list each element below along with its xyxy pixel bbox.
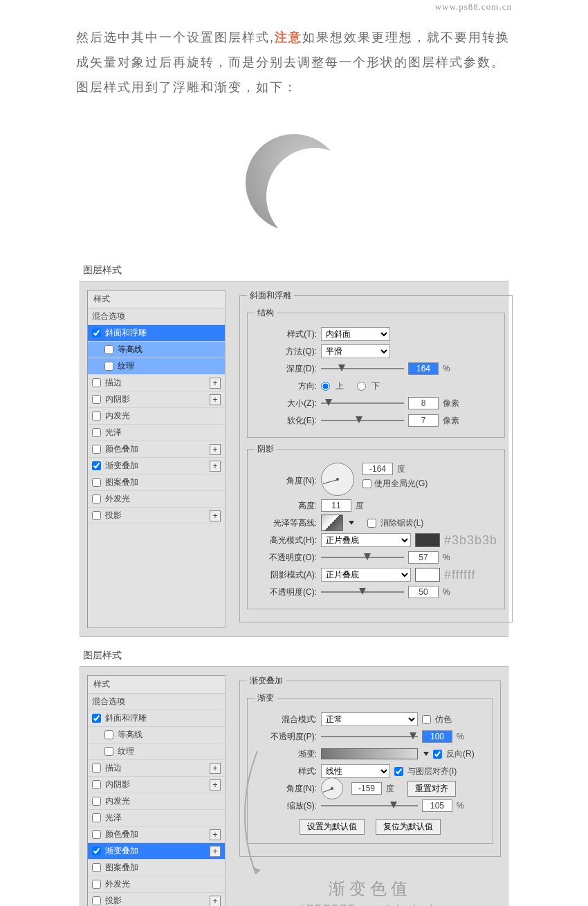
style-row-color-overlay[interactable]: 颜色叠加+ xyxy=(88,826,225,843)
direction-down-radio[interactable] xyxy=(357,382,366,391)
style-row-texture[interactable]: 纹理 xyxy=(88,358,225,375)
style-row-texture[interactable]: 纹理 xyxy=(88,743,225,760)
style-row-stroke[interactable]: 描边 + xyxy=(88,375,225,391)
angle-dial[interactable] xyxy=(321,777,343,799)
shadow-color-swatch[interactable] xyxy=(415,568,440,582)
style-row-pattern-overlay[interactable]: 图案叠加 xyxy=(88,860,225,876)
style-row-inner-shadow[interactable]: 内阴影 + xyxy=(88,391,225,408)
gloss-contour-picker[interactable] xyxy=(321,515,343,531)
style-row-color-overlay[interactable]: 颜色叠加 + xyxy=(88,441,225,458)
style-row-drop-shadow[interactable]: 投影+ xyxy=(88,893,225,906)
reset-align-button[interactable]: 重置对齐 xyxy=(407,781,456,797)
style-checkbox-bevel[interactable] xyxy=(92,714,101,723)
style-checkbox-texture[interactable] xyxy=(104,747,113,756)
grad-opacity-input[interactable]: 100 xyxy=(422,730,452,743)
angle-dial[interactable] xyxy=(321,463,354,496)
style-checkbox-drop-shadow[interactable] xyxy=(92,511,101,520)
style-row-gradient-overlay[interactable]: 渐变叠加 + xyxy=(88,458,225,474)
style-row-inner-glow[interactable]: 内发光 xyxy=(88,408,225,425)
style-select[interactable]: 内斜面 xyxy=(321,327,390,341)
add-effect-icon[interactable]: + xyxy=(210,846,221,857)
align-checkbox[interactable] xyxy=(394,767,403,776)
style-checkbox-drop-shadow[interactable] xyxy=(92,896,101,905)
add-effect-icon[interactable]: + xyxy=(210,779,221,791)
grad-angle-input[interactable]: -159 xyxy=(351,782,382,795)
style-checkbox-inner-glow[interactable] xyxy=(92,797,101,806)
antialias-checkbox[interactable] xyxy=(367,519,376,528)
style-checkbox-stroke[interactable] xyxy=(92,764,101,773)
highlight-mode-select[interactable]: 正片叠底 xyxy=(321,533,411,547)
add-effect-icon[interactable]: + xyxy=(210,378,221,389)
add-effect-icon[interactable]: + xyxy=(210,394,221,405)
style-checkbox-stroke[interactable] xyxy=(92,378,101,387)
grad-style-select[interactable]: 线性 xyxy=(321,764,390,778)
opacity2-input[interactable]: 50 xyxy=(408,586,439,598)
dropdown-icon[interactable] xyxy=(423,752,429,756)
style-checkbox-inner-shadow[interactable] xyxy=(92,780,101,789)
style-checkbox-color-overlay[interactable] xyxy=(92,830,101,839)
shadow-mode-select[interactable]: 正片叠底 xyxy=(321,568,411,582)
style-row-blend-options[interactable]: 混合选项 xyxy=(88,308,225,325)
add-effect-icon[interactable]: + xyxy=(210,444,221,455)
opacity1-input[interactable]: 57 xyxy=(408,551,439,564)
dropdown-icon[interactable] xyxy=(349,521,354,525)
blend-mode-select[interactable]: 正常 xyxy=(321,712,418,726)
style-checkbox-gradient-overlay[interactable] xyxy=(92,461,101,470)
style-row-contour[interactable]: 等高线 xyxy=(88,342,225,358)
set-default-button[interactable]: 设置为默认值 xyxy=(300,819,365,835)
style-row-satin[interactable]: 光泽 xyxy=(88,810,225,826)
style-checkbox-gradient-overlay[interactable] xyxy=(92,847,101,856)
style-checkbox-satin[interactable] xyxy=(92,428,101,437)
scale-slider[interactable] xyxy=(321,800,418,811)
style-checkbox-pattern-overlay[interactable] xyxy=(92,863,101,872)
style-row-inner-glow[interactable]: 内发光 xyxy=(88,793,225,810)
style-checkbox-texture[interactable] xyxy=(104,362,113,371)
size-slider[interactable] xyxy=(321,398,404,409)
style-checkbox-outer-glow[interactable] xyxy=(92,880,101,889)
style-row-drop-shadow[interactable]: 投影 + xyxy=(88,508,225,524)
style-row-gradient-overlay[interactable]: 渐变叠加+ xyxy=(88,843,225,860)
style-checkbox-outer-glow[interactable] xyxy=(92,494,101,503)
method-select[interactable]: 平滑 xyxy=(321,344,390,358)
style-checkbox-contour[interactable] xyxy=(104,730,113,739)
style-checkbox-inner-shadow[interactable] xyxy=(92,395,101,404)
style-row-bevel[interactable]: 斜面和浮雕 xyxy=(88,710,225,727)
depth-slider[interactable] xyxy=(321,363,404,374)
gradient-picker[interactable] xyxy=(321,748,418,759)
style-checkbox-color-overlay[interactable] xyxy=(92,445,101,454)
soften-input[interactable]: 7 xyxy=(408,414,439,427)
direction-up-radio[interactable] xyxy=(321,382,330,391)
style-checkbox-pattern-overlay[interactable] xyxy=(92,478,101,487)
grad-opacity-slider[interactable] xyxy=(321,731,418,742)
reverse-checkbox[interactable] xyxy=(433,750,442,759)
add-effect-icon[interactable]: + xyxy=(210,829,221,840)
style-checkbox-bevel[interactable] xyxy=(92,329,101,338)
angle-input[interactable]: -164 xyxy=(362,463,393,475)
dither-checkbox[interactable] xyxy=(422,715,431,724)
style-row-satin[interactable]: 光泽 xyxy=(88,425,225,441)
size-input[interactable]: 8 xyxy=(408,397,439,409)
style-row-blend-options[interactable]: 混合选项 xyxy=(88,694,225,710)
highlight-color-swatch[interactable] xyxy=(415,533,440,547)
style-row-bevel[interactable]: 斜面和浮雕 xyxy=(88,325,225,342)
style-row-pattern-overlay[interactable]: 图案叠加 xyxy=(88,474,225,491)
style-checkbox-contour[interactable] xyxy=(104,345,113,354)
style-checkbox-satin[interactable] xyxy=(92,813,101,822)
global-light-checkbox[interactable] xyxy=(362,479,371,488)
style-row-outer-glow[interactable]: 外发光 xyxy=(88,491,225,508)
altitude-input[interactable]: 11 xyxy=(321,499,351,512)
style-row-contour[interactable]: 等高线 xyxy=(88,727,225,743)
style-row-outer-glow[interactable]: 外发光 xyxy=(88,876,225,893)
add-effect-icon[interactable]: + xyxy=(210,510,221,521)
opacity1-slider[interactable] xyxy=(321,552,404,563)
add-effect-icon[interactable]: + xyxy=(210,763,221,774)
opacity2-slider[interactable] xyxy=(321,586,404,598)
add-effect-icon[interactable]: + xyxy=(210,896,221,907)
style-checkbox-inner-glow[interactable] xyxy=(92,412,101,420)
depth-input[interactable]: 164 xyxy=(408,362,439,375)
soften-slider[interactable] xyxy=(321,415,404,426)
reset-default-button[interactable]: 复位为默认值 xyxy=(376,819,441,835)
add-effect-icon[interactable]: + xyxy=(210,461,221,472)
scale-input[interactable]: 105 xyxy=(422,799,452,812)
style-row-inner-shadow[interactable]: 内阴影+ xyxy=(88,777,225,793)
